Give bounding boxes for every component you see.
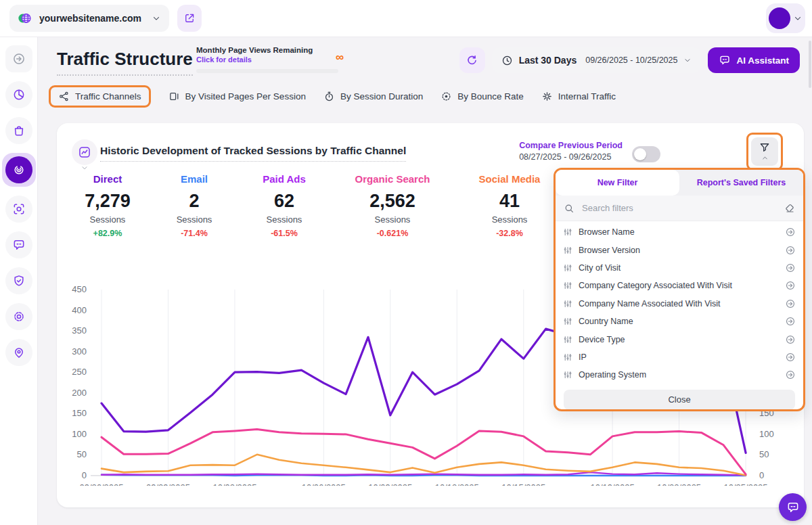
shield-check-icon [12,274,26,288]
close-button[interactable]: Close [564,390,795,410]
sliders-icon [563,335,572,344]
support-chat-button[interactable] [779,493,807,521]
collapse-icon [12,52,26,66]
sidebar-item-shield-check[interactable] [5,267,32,294]
quota-label: Monthly Page Views Remaining [196,46,340,54]
tab-by-visited-pages-per-session[interactable]: By Visited Pages Per Session [168,91,306,102]
tab-label: By Bounce Rate [457,91,524,101]
filter-list-item[interactable]: Country Name [556,313,803,330]
sessions-unit: Sessions [479,214,541,225]
sessions-unit: Sessions [177,214,212,225]
chevron-down-icon [81,164,89,172]
account-menu[interactable] [766,3,805,33]
search-icon [564,203,574,214]
compare-range: 08/27/2025 - 09/26/2025 [519,152,623,162]
quota-progress-bar [196,69,338,73]
svg-text:350: 350 [72,325,87,336]
sliders-icon [563,370,572,380]
sidebar-item-collapse[interactable] [5,45,32,72]
sliders-icon [563,227,572,237]
svg-text:10/15/2025: 10/15/2025 [501,482,545,486]
refresh-button[interactable] [459,47,485,73]
filter-search-bar [556,196,803,221]
tab-label: By Session Duration [340,91,423,101]
tab-saved-filters[interactable]: Report's Saved Filters [679,170,803,196]
filter-list-item[interactable]: Browser Version [556,241,803,258]
filter-button[interactable] [751,137,778,166]
tab-by-session-duration[interactable]: By Session Duration [323,91,423,102]
chart-type-button[interactable] [72,139,97,165]
sliders-icon [563,317,572,326]
compare-toggle[interactable] [632,146,660,162]
open-website-button[interactable] [177,5,202,32]
tab-internal-traffic[interactable]: Internal Traffic [541,91,616,102]
globe-icon [18,11,32,26]
shopping-bag-icon [12,124,26,137]
chevron-down-icon [683,56,692,64]
sidebar-item-scan[interactable] [5,196,32,223]
tab-new-filter[interactable]: New Filter [556,170,679,196]
sessions-value: 7,279 [85,191,131,212]
sidebar-item-chat[interactable] [5,231,32,258]
sidebar-item-pie-chart[interactable] [5,81,32,108]
compare-label: Compare Previous Period [519,141,623,150]
quota-details-link[interactable]: Click for details [196,55,340,64]
delta-badge: -61.5% [263,229,306,238]
svg-text:300: 300 [72,346,87,357]
scrollbar[interactable] [809,41,811,88]
filter-panel-tabs: New Filter Report's Saved Filters [556,170,803,196]
eraser-icon[interactable] [784,203,795,214]
filter-list-item[interactable]: IP [556,348,803,366]
sidebar-item-gear[interactable] [5,303,32,330]
sessions-unit: Sessions [263,214,306,225]
sidebar [0,37,38,525]
filter-item-label: Device Type [579,335,779,344]
sessions-unit: Sessions [85,214,131,225]
series-organic-search [102,430,746,475]
filter-list-item[interactable]: City of Visit [556,259,803,277]
filter-search-input[interactable] [581,202,778,214]
ai-assistant-label: AI Assistant [736,55,789,66]
date-range: 09/26/2025 - 10/25/2025 [585,55,677,65]
chevron-up-icon [761,154,769,162]
chat-icon [786,501,800,514]
traffic-channel-stat: Organic Search 2,562 Sessions -0.621% [355,173,430,238]
svg-text:150: 150 [72,408,87,418]
svg-text:0: 0 [82,470,87,480]
filter-item-label: Country Name [579,317,779,326]
channel-label: Social Media [479,173,541,185]
website-selector[interactable]: yourwebsitename.com [9,5,169,32]
tab-by-bounce-rate[interactable]: By Bounce Rate [441,91,524,102]
filter-list-item[interactable]: Company Name Associated With Visit [556,295,803,313]
header-controls: Last 30 Days 09/26/2025 - 10/25/2025 AI … [459,47,800,73]
tab-label: Traffic Channels [75,91,141,101]
filter-list-item[interactable]: Operating System [556,366,803,384]
svg-text:09/29/2025: 09/29/2025 [146,482,190,486]
svg-text:10/02/2025: 10/02/2025 [212,482,256,486]
filter-panel-footer: Close [556,384,803,411]
ai-assistant-button[interactable]: AI Assistant [708,47,800,73]
funnel-icon [759,141,771,154]
delta-badge: -0.621% [355,229,430,238]
chevron-down-icon [793,14,803,23]
svg-text:09/26/2025: 09/26/2025 [79,482,123,486]
chat-icon [12,238,26,252]
filter-item-label: Browser Version [579,246,779,255]
pie-chart-icon [12,88,26,101]
filter-list-item[interactable]: Browser Name [556,223,803,241]
date-range-picker[interactable]: Last 30 Days 09/26/2025 - 10/25/2025 [492,47,702,73]
svg-text:450: 450 [72,284,87,294]
svg-text:10/09/2025: 10/09/2025 [368,482,412,486]
filter-list-item[interactable]: Company Category Associated With Visit [556,277,803,294]
sidebar-item-radar[interactable] [2,153,36,187]
sliders-icon [563,352,572,362]
tab-traffic-channels[interactable]: Traffic Channels [49,85,151,108]
filter-list-item[interactable]: Device Type [556,330,803,348]
svg-text:200: 200 [72,388,87,398]
delta-badge: -71.4% [177,229,212,238]
gear-icon [12,310,26,323]
sidebar-item-location-pin[interactable] [5,339,32,366]
sessions-value: 41 [479,191,541,212]
sidebar-item-shopping-bag[interactable] [5,117,32,144]
sliders-icon [563,281,572,290]
